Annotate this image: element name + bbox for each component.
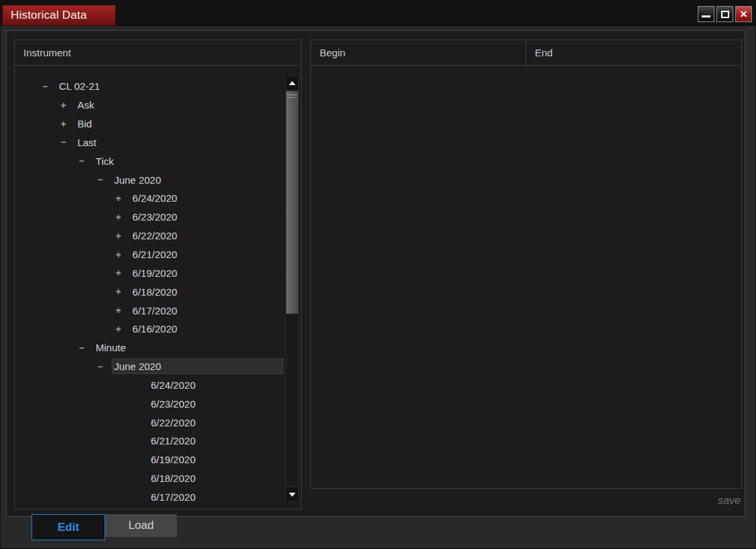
tree-item-label: 6/22/2020 [131,228,180,243]
minimize-button[interactable] [698,6,714,22]
expander-plus-icon[interactable]: + [116,268,131,278]
instrument-tree-body: −CL 02-21+Ask+Bid−Last−Tick−June 2020+6/… [15,66,301,509]
tree-item[interactable]: 6/21/2020 [134,432,284,450]
expander-minus-icon[interactable]: − [79,343,94,353]
expander-minus-icon[interactable]: − [79,156,94,166]
tree-item[interactable]: +Bid [60,115,284,133]
tree-item[interactable]: 6/17/2020 [134,488,284,507]
tree-item-label: 6/19/2020 [149,452,198,467]
window-controls: ✕ [698,6,752,22]
tree-item-label: Last [75,135,99,150]
tree-item-label: 6/18/2020 [131,284,180,300]
arrow-down-icon [289,493,296,497]
window-title-tab: Historical Data [2,5,116,26]
thumb-grip [288,97,297,98]
title-bar[interactable]: Historical Data ✕ [1,1,756,26]
tree-item[interactable]: 6/19/2020 [134,450,284,469]
expander-plus-icon[interactable]: + [116,212,131,222]
scroll-up-button[interactable] [286,76,298,90]
tree-item-label: 6/17/2020 [131,303,180,318]
tab-load-label: Load [129,519,154,532]
tree-item[interactable]: 6/23/2020 [134,394,284,413]
expander-plus-icon[interactable]: + [116,231,131,241]
instrument-panel: Instrument −CL 02-21+Ask+Bid−Last−Tick−J… [14,40,302,509]
tree-item-label: June 2020 [112,172,164,188]
window-title: Historical Data [11,9,87,22]
tree-item[interactable]: 6/18/2020 [134,469,284,488]
expander-plus-icon[interactable]: + [116,194,131,203]
expander-plus-icon[interactable]: + [116,250,131,259]
arrow-up-icon [289,81,296,85]
expander-minus-icon[interactable]: − [60,137,75,147]
tree-item[interactable]: −June 2020 [97,170,284,189]
maximize-icon [721,11,729,18]
close-icon: ✕ [740,9,748,19]
expander-minus-icon[interactable]: − [42,82,57,91]
expander-minus-icon[interactable]: − [97,175,112,184]
tree-item-label: 6/23/2020 [149,396,198,412]
tab-load[interactable]: Load [105,514,177,537]
tree-item[interactable]: −CL 02-21 [42,77,284,96]
column-header-begin: Begin [311,40,526,65]
expander-plus-icon[interactable]: + [116,324,131,334]
expander-plus-icon[interactable]: + [60,119,75,129]
tree-item-label: 6/17/2020 [149,489,198,505]
scroll-down-button[interactable] [286,487,298,501]
maximize-button[interactable] [716,6,733,22]
date-range-panel: Begin End [310,40,742,489]
tree-item-label: 6/21/2020 [131,247,180,262]
tab-edit[interactable]: Edit [32,514,105,540]
expander-minus-icon[interactable]: − [97,362,112,371]
tree-item[interactable]: +6/16/2020 [116,320,284,339]
content-area: Instrument −CL 02-21+Ask+Bid−Last−Tick−J… [6,30,745,517]
tree-item[interactable]: −Tick [79,151,284,170]
instrument-header: Instrument [15,40,301,66]
tree-item[interactable]: +6/19/2020 [116,263,284,282]
tree-scrollbar[interactable] [286,75,299,502]
tree-item-label: 6/16/2020 [131,321,180,337]
expander-plus-icon[interactable]: + [116,306,131,315]
date-range-body [311,66,741,488]
date-range-header: Begin End [311,40,741,66]
tree-item[interactable]: +6/21/2020 [116,245,284,264]
tree-item[interactable]: −Last [60,133,284,152]
tab-edit-label: Edit [58,521,79,534]
minimize-icon [702,15,710,17]
tree-item[interactable]: +6/24/2020 [116,189,284,208]
tree-item[interactable]: 6/22/2020 [134,413,284,432]
tree-item-label: CL 02-21 [57,78,103,94]
tree: −CL 02-21+Ask+Bid−Last−Tick−June 2020+6/… [15,77,284,506]
scrollbar-thumb[interactable] [286,91,298,314]
tree-item-label: 6/19/2020 [131,265,180,281]
tree-item[interactable]: +Ask [60,96,284,115]
column-header-end: End [526,40,741,65]
tree-item-label: Bid [75,116,94,131]
tree-item-label: 6/24/2020 [149,377,198,393]
tree-item-label: Ask [75,97,97,113]
tree-item-label: 6/18/2020 [149,471,198,486]
expander-plus-icon[interactable]: + [60,101,75,110]
tree-item-label: June 2020 [112,359,284,374]
close-button[interactable]: ✕ [735,6,752,22]
expander-plus-icon[interactable]: + [116,287,131,296]
tree-item-label: Minute [94,340,129,355]
tree-item[interactable]: −June 2020 [97,357,284,376]
tree-item[interactable]: −Minute [79,339,284,357]
tree-item[interactable]: +6/18/2020 [116,282,284,301]
tree-item-label: 6/23/2020 [131,209,180,225]
tree-item-label: 6/22/2020 [149,415,198,430]
save-link[interactable]: save [718,495,741,507]
historical-data-window: { "window": { "title": "Historical Data"… [0,0,756,549]
tree-item[interactable]: +6/17/2020 [116,301,284,320]
tree-item[interactable]: +6/23/2020 [116,208,284,227]
thumb-grip [288,95,297,95]
tree-item[interactable]: +6/22/2020 [116,227,284,245]
tree-item-label: 6/21/2020 [149,433,198,448]
instrument-header-label: Instrument [15,47,71,58]
tree-item[interactable]: 6/24/2020 [134,376,284,395]
tree-item-label: Tick [94,154,117,169]
tree-item-label: 6/24/2020 [131,190,180,206]
